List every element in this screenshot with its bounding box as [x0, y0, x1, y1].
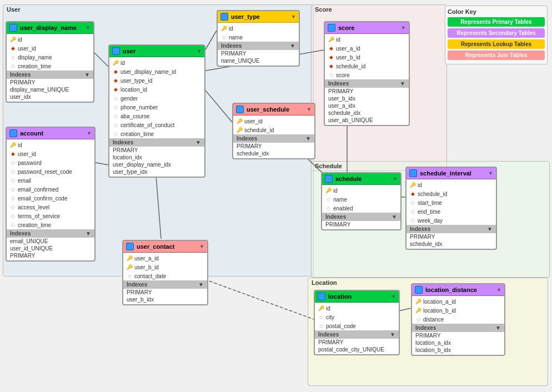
idx-drop-a[interactable]: ▼	[86, 230, 91, 237]
table-schedule-interval[interactable]: schedule_interval ▼ 🔑id ◆schedule_id ◇st…	[405, 167, 497, 250]
index-user-idx: user_idx	[7, 93, 93, 100]
indexes-dropdown[interactable]: ▼	[84, 72, 90, 78]
user-type-body: 🔑id ◇name Indexes ▼ PRIMARY name_UNIQUE	[218, 23, 299, 66]
dropdown-score[interactable]: ▼	[401, 25, 406, 31]
table-user[interactable]: user ▼ 🔑id ◆user_display_name_id ◆user_t…	[108, 44, 205, 178]
table-title-si: schedule_interval	[420, 170, 471, 177]
table-icon-user-type	[220, 13, 228, 21]
dropdown-loc[interactable]: ▼	[391, 294, 396, 299]
user-schedule-body: 🔑user_id 🔑schedule_id Indexes ▼ PRIMARY …	[233, 115, 314, 158]
schedule-group-label: Schedule	[315, 163, 342, 169]
idx-drop-uc[interactable]: ▼	[198, 282, 204, 288]
location-body: 🔑id ◇city ◇postal_code Indexes ▼ PRIMARY…	[315, 303, 399, 354]
d-loc2: ◇	[318, 323, 324, 329]
indexes-ut: Indexes ▼	[218, 42, 299, 50]
color-key-title: Color Key	[448, 8, 545, 15]
table-title-score: score	[338, 24, 354, 31]
table-location[interactable]: location ▼ 🔑id ◇city ◇postal_code Indexe…	[314, 290, 400, 355]
dropdown-ld[interactable]: ▼	[496, 287, 501, 293]
key-us2: 🔑	[237, 127, 242, 133]
table-user-contact[interactable]: user_contact ▼ 🔑user_a_id 🔑user_b_id ◇co…	[122, 240, 208, 305]
indexes-account: Indexes ▼	[7, 229, 94, 238]
d-si2: ◇	[410, 209, 415, 214]
d-icon-a1: ◇	[10, 160, 16, 165]
indexes-ld: Indexes ▼	[412, 324, 504, 332]
d-u3: ◇	[113, 113, 118, 119]
table-title-account: account	[20, 130, 43, 137]
dropdown-icon[interactable]: ▼	[86, 25, 91, 31]
table-body: 🔑id ◆user_id ◇display_name ◇creation_tim…	[7, 34, 93, 102]
table-user-type[interactable]: user_type ▼ 🔑id ◇name Indexes ▼ PRIMARY …	[217, 10, 300, 67]
table-account[interactable]: account ▼ 🔑id ◆user_id ◇password ◇passwo…	[6, 127, 96, 262]
account-body: 🔑id ◆user_id ◇password ◇password_reset_c…	[7, 139, 94, 260]
table-icon-si	[409, 169, 417, 177]
fk-icon-a: ◆	[10, 151, 16, 157]
table-title-user-type: user_type	[231, 13, 260, 20]
idx-drop-sch[interactable]: ▼	[392, 214, 397, 220]
fk-u1: ◆	[113, 69, 118, 74]
d-si1: ◇	[410, 200, 415, 205]
table-icon-ld	[415, 286, 423, 294]
key-primary-item: Represents Primary Tables	[448, 17, 545, 27]
field-user-id: ◆user_id	[7, 44, 93, 53]
d-icon-a8: ◇	[10, 222, 16, 228]
table-header-user-schedule: user_schedule ▼	[233, 104, 314, 115]
dropdown-schedule[interactable]: ▼	[393, 176, 398, 182]
key-u: 🔑	[113, 60, 118, 66]
table-header-user-type: user_type ▼	[218, 11, 299, 23]
indexes-sch: Indexes ▼	[322, 213, 400, 221]
table-title-schedule: schedule	[335, 175, 362, 182]
d-u4: ◇	[113, 122, 118, 128]
idx-drop-ut[interactable]: ▼	[290, 43, 295, 49]
idx-drop-sc[interactable]: ▼	[400, 81, 405, 87]
score-body: 🔑id ◆user_a_id ◆user_b_id ◆schedule_id ◇…	[325, 34, 409, 125]
idx-drop-si[interactable]: ▼	[487, 226, 493, 232]
fk-sc1: ◆	[328, 46, 334, 51]
table-user-display-name[interactable]: user_display_name ▼ 🔑id ◆user_id ◇displa…	[6, 21, 94, 103]
dropdown-account[interactable]: ▼	[87, 130, 92, 136]
key-loc: 🔑	[318, 305, 324, 311]
field-name-text: id	[18, 37, 22, 43]
key-join-item: Represents Join Tables	[448, 51, 545, 60]
ld-body: 🔑location_a_id 🔑location_b_id ◇distance …	[412, 296, 504, 355]
d-icon-a3: ◇	[10, 178, 16, 183]
table-title-user: user	[123, 48, 136, 54]
dropdown-user-type[interactable]: ▼	[291, 14, 296, 19]
table-score[interactable]: score ▼ 🔑id ◆user_a_id ◆user_b_id ◆sched…	[324, 21, 410, 126]
d-icon-a6: ◇	[10, 204, 16, 210]
table-icon-score	[328, 24, 335, 32]
dropdown-si[interactable]: ▼	[488, 170, 493, 176]
table-user-schedule[interactable]: user_schedule ▼ 🔑user_id 🔑schedule_id In…	[232, 103, 315, 159]
user-body: 🔑id ◆user_display_name_id ◆user_type_id …	[109, 57, 204, 177]
key-si: 🔑	[410, 182, 415, 188]
dropdown-user-schedule[interactable]: ▼	[307, 107, 312, 112]
table-icon-schedule	[325, 175, 333, 183]
idx-drop-u[interactable]: ▼	[195, 139, 201, 145]
idx-drop-us[interactable]: ▼	[305, 135, 311, 142]
d-sch2: ◇	[325, 205, 331, 211]
user-contact-body: 🔑user_a_id 🔑user_b_id ◇contact_date Inde…	[123, 253, 207, 304]
d-u1: ◇	[113, 96, 118, 101]
field-display-name: ◇display_name	[7, 53, 93, 62]
table-schedule[interactable]: schedule ▼ 🔑id ◇name ◇enabled Indexes ▼ …	[321, 172, 402, 230]
table-icon-user-contact	[126, 243, 134, 250]
d-ut1: ◇	[221, 34, 227, 40]
table-title-user-contact: user_contact	[137, 243, 174, 250]
fk-sc3: ◆	[328, 63, 334, 69]
idx-drop-ld[interactable]: ▼	[495, 325, 501, 331]
key-ld2: 🔑	[415, 308, 421, 313]
index-primary: PRIMARY	[7, 79, 93, 86]
table-header-schedule: schedule ▼	[322, 173, 400, 185]
idx-drop-loc[interactable]: ▼	[390, 331, 395, 338]
schedule-body: 🔑id ◇name ◇enabled Indexes ▼ PRIMARY	[322, 185, 400, 229]
indexes-si: Indexes ▼	[407, 225, 496, 233]
table-header-score: score ▼	[325, 22, 409, 34]
table-header-location-distance: location_distance ▼	[412, 284, 504, 296]
d-sc1: ◇	[328, 72, 334, 78]
key-sch: 🔑	[325, 188, 331, 193]
table-location-distance[interactable]: location_distance ▼ 🔑location_a_id 🔑loca…	[411, 283, 505, 356]
field-creation-time: ◇creation_time	[7, 62, 93, 71]
dropdown-user-contact[interactable]: ▼	[199, 244, 204, 249]
dropdown-user[interactable]: ▼	[197, 48, 202, 54]
indexes-header: Indexes ▼	[7, 71, 93, 79]
